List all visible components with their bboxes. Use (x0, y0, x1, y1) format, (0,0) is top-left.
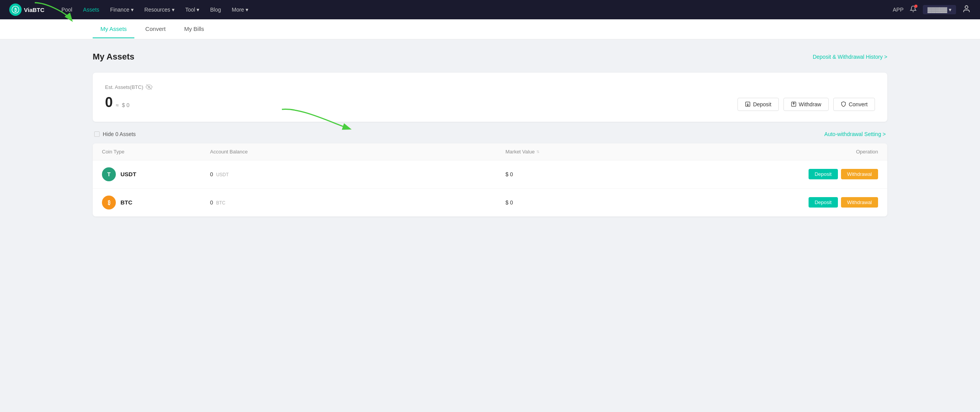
tab-convert[interactable]: Convert (137, 20, 173, 38)
convert-button[interactable]: Convert (833, 98, 875, 111)
btc-operations: Deposit Withdrawal (801, 197, 878, 208)
assets-table: Coin Type Account Balance Market Value ⇅… (93, 143, 887, 216)
main-content: My Assets Deposit & Withdrawal History >… (0, 39, 980, 229)
tab-my-assets[interactable]: My Assets (93, 20, 134, 38)
nav-more[interactable]: More ▾ (227, 4, 253, 15)
nav-items: Pool Assets Finance ▾ Resources ▾ Tool ▾… (57, 4, 893, 15)
logo-icon: ₿ (9, 3, 22, 16)
svg-point-2 (965, 6, 968, 9)
withdraw-button[interactable]: Withdraw (783, 98, 829, 111)
btc-deposit-button[interactable]: Deposit (809, 197, 838, 208)
nav-resources[interactable]: Resources ▾ (140, 4, 179, 15)
nav-finance[interactable]: Finance ▾ (105, 4, 138, 15)
th-operation: Operation (801, 149, 878, 155)
table-row: T USDT 0 USDT $ 0 Deposit Withdrawal (93, 160, 887, 189)
assets-value: 0 ≈ $ 0 (105, 94, 129, 111)
hide-zero-checkbox[interactable] (94, 131, 100, 137)
tab-my-bills[interactable]: My Bills (176, 20, 212, 38)
usdt-icon: T (102, 167, 116, 181)
assets-number: 0 (105, 94, 113, 111)
assets-actions: Deposit Withdraw Convert (738, 98, 875, 111)
user-label: ▓▓▓▓▓ (927, 7, 947, 13)
coin-name-usdt: USDT (120, 171, 136, 177)
usdt-deposit-button[interactable]: Deposit (809, 169, 838, 179)
hide-zero-label[interactable]: Hide 0 Assets (94, 131, 136, 137)
auto-withdrawal-link[interactable]: Auto-withdrawal Setting > (824, 131, 886, 137)
notification-bell[interactable] (910, 5, 917, 14)
assets-summary-card: Est. Assets(BTC) 0 ≈ $ 0 (93, 73, 887, 122)
table-controls: Hide 0 Assets Auto-withdrawal Setting > (93, 131, 887, 137)
usdt-market-value: $ 0 (505, 171, 801, 177)
notification-dot (914, 5, 917, 8)
btc-balance: 0 BTC (210, 199, 505, 206)
th-market-value: Market Value ⇅ (505, 149, 801, 155)
arrow-top-annotation (31, 1, 77, 24)
th-coin-type: Coin Type (102, 149, 210, 155)
usdt-balance: 0 USDT (210, 171, 505, 177)
sort-icon[interactable]: ⇅ (536, 150, 539, 154)
btc-market-value: $ 0 (505, 199, 801, 206)
usdt-withdrawal-button[interactable]: Withdrawal (841, 169, 878, 179)
usdt-operations: Deposit Withdrawal (801, 169, 878, 179)
th-account-balance: Account Balance (210, 149, 505, 155)
assets-usd: $ 0 (122, 102, 129, 108)
navbar: ₿ ViaBTC Pool Assets Finance ▾ Resources… (0, 0, 980, 19)
history-link[interactable]: Deposit & Withdrawal History > (813, 54, 887, 60)
app-link[interactable]: APP (893, 7, 904, 13)
est-assets-label: Est. Assets(BTC) (105, 83, 875, 90)
coin-cell-btc: ₿ BTC (102, 196, 210, 209)
page-title: My Assets (93, 52, 134, 62)
btc-icon: ₿ (102, 196, 116, 209)
svg-text:₿: ₿ (14, 7, 17, 13)
deposit-button[interactable]: Deposit (738, 98, 778, 111)
withdraw-icon (791, 101, 797, 107)
nav-right: APP ▓▓▓▓▓ ▾ (893, 5, 971, 15)
assets-value-row: 0 ≈ $ 0 Deposit (105, 94, 875, 111)
convert-icon (841, 101, 846, 107)
btc-withdrawal-button[interactable]: Withdrawal (841, 197, 878, 208)
nav-tool[interactable]: Tool ▾ (181, 4, 204, 15)
nav-blog[interactable]: Blog (205, 4, 226, 15)
user-profile-icon[interactable] (962, 5, 971, 15)
table-row: ₿ BTC 0 BTC $ 0 Deposit Withdrawal (93, 189, 887, 216)
table-header: Coin Type Account Balance Market Value ⇅… (93, 143, 887, 160)
page-header: My Assets Deposit & Withdrawal History > (93, 52, 887, 62)
user-dropdown-icon: ▾ (949, 7, 951, 13)
nav-assets[interactable]: Assets (78, 4, 104, 15)
eye-icon[interactable] (146, 83, 153, 90)
user-menu-button[interactable]: ▓▓▓▓▓ ▾ (923, 5, 956, 14)
subnav: My Assets Convert My Bills (0, 19, 980, 39)
arrow-middle-annotation (278, 104, 355, 136)
coin-cell-usdt: T USDT (102, 167, 210, 181)
deposit-icon (745, 101, 751, 107)
coin-name-btc: BTC (120, 199, 132, 206)
assets-approx: ≈ (116, 102, 119, 108)
